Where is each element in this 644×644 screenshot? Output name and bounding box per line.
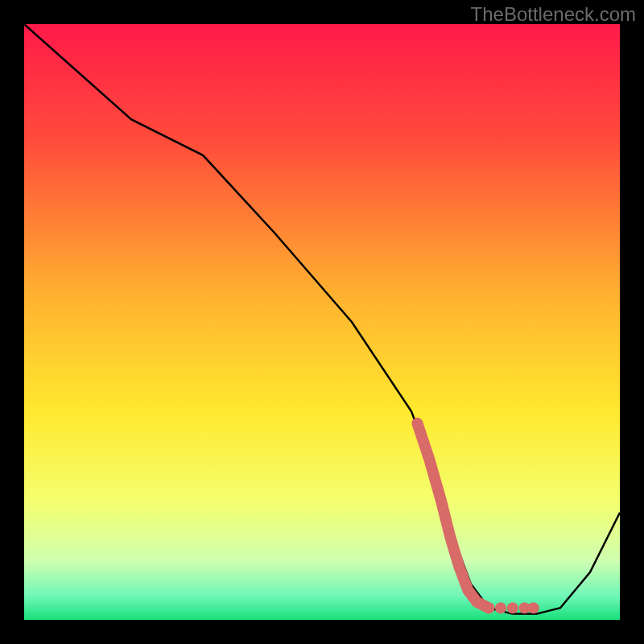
- highlight-dot: [483, 602, 494, 613]
- chart-svg: [24, 24, 620, 620]
- watermark-text: TheBottleneck.com: [471, 3, 636, 26]
- highlight-dot: [507, 602, 518, 613]
- highlight-dot: [528, 602, 539, 613]
- highlight-dot: [495, 602, 506, 613]
- chart-container: [24, 24, 620, 620]
- gradient-background: [24, 24, 620, 620]
